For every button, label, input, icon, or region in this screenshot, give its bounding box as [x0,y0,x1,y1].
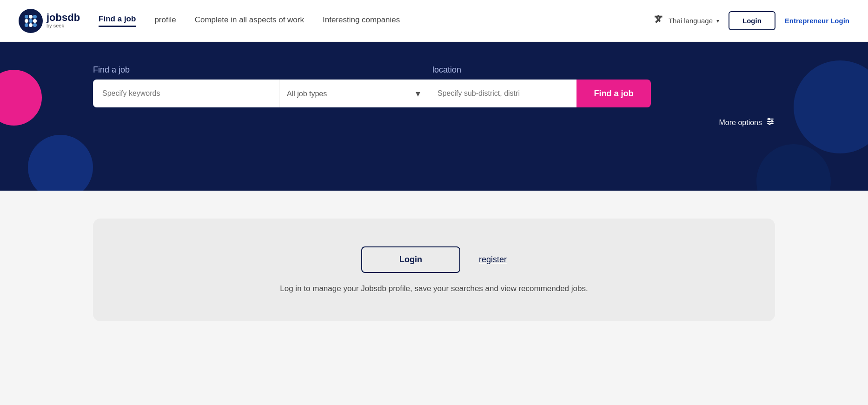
svg-point-5 [33,19,37,23]
language-selector[interactable]: Thai language ▾ [655,14,719,27]
entrepreneur-login-link[interactable]: Entrepreneur Login [785,17,849,25]
more-options-label: More options [719,119,762,127]
location-input[interactable] [428,80,576,107]
job-type-select[interactable]: All job types [287,90,416,98]
svg-point-0 [25,15,28,19]
nav-complete-work[interactable]: Complete in all aspects of work [195,15,304,27]
svg-point-2 [33,15,37,19]
logo-text: jobsdb by seek [46,13,80,29]
find-job-label: Find a job [93,65,432,75]
logo-main-text: jobsdb [46,13,80,23]
main-content: Login register Log in to manage your Job… [0,191,868,349]
card-register-link[interactable]: register [479,255,507,265]
svg-point-6 [25,23,28,27]
deco-circle-blue-right [794,60,868,153]
svg-point-4 [29,19,33,23]
logo[interactable]: jobsdb by seek [19,9,80,33]
header-login-button[interactable]: Login [729,11,775,30]
sliders-icon [766,117,775,128]
job-type-dropdown[interactable]: All job types ▾ [279,80,428,107]
nav-profile[interactable]: profile [154,15,176,27]
more-options[interactable]: More options [93,117,775,128]
site-header: jobsdb by seek Find a job profile Comple… [0,0,868,42]
search-labels: Find a job location [93,65,775,75]
chevron-down-icon: ▾ [716,18,719,24]
location-label: location [432,65,461,75]
find-job-button[interactable]: Find a job [576,80,651,107]
language-label: Thai language [669,17,713,25]
keyword-input[interactable] [93,80,279,107]
nav-interesting-companies[interactable]: Interesting companies [323,15,400,27]
search-bar: All job types ▾ Find a job [93,80,775,107]
svg-point-13 [771,120,773,122]
login-card: Login register Log in to manage your Job… [93,219,775,321]
card-description: Log in to manage your Jobsdb profile, sa… [280,284,588,293]
svg-point-12 [768,118,769,120]
deco-circle-blue-right2 [756,144,831,191]
job-type-chevron-icon: ▾ [416,88,420,99]
card-login-button[interactable]: Login [361,246,460,273]
svg-point-3 [25,19,28,23]
main-nav: Find a job profile Complete in all aspec… [99,14,655,27]
svg-point-8 [33,23,37,27]
deco-circle-pink [0,70,42,126]
card-buttons: Login register [361,246,507,273]
svg-point-14 [769,123,770,124]
logo-sub-text: by seek [46,23,80,29]
deco-circle-blue-left [28,135,93,191]
nav-find-job[interactable]: Find a job [99,14,136,27]
logo-icon [19,9,43,33]
svg-point-7 [29,23,33,27]
translate-icon [655,14,665,27]
header-right: Thai language ▾ Login Entrepreneur Login [655,11,849,30]
svg-point-1 [29,15,33,19]
hero-section: Find a job location All job types ▾ Find… [0,42,868,191]
